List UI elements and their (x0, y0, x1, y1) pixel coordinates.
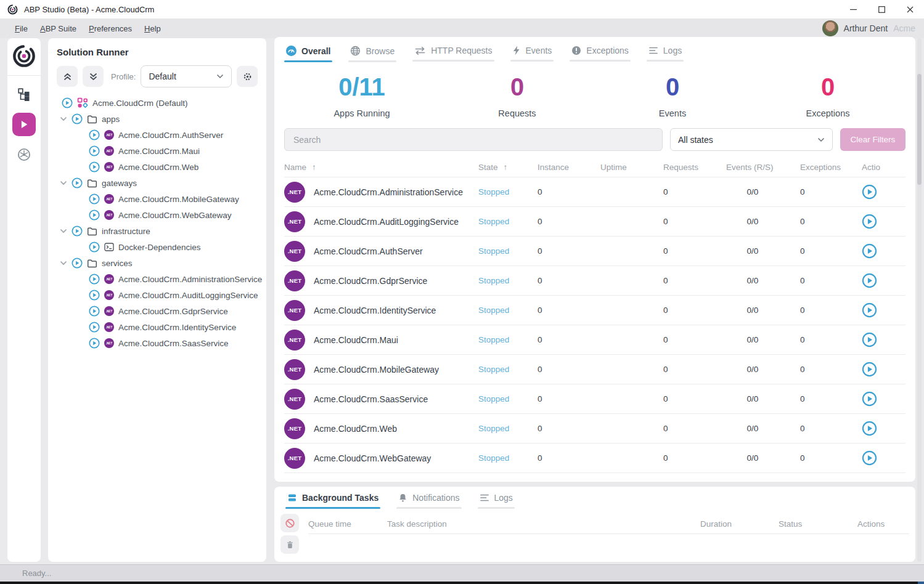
main-tab-overall[interactable]: Overall (284, 39, 332, 62)
column-header-requests[interactable]: Requests (663, 163, 703, 172)
run-icon[interactable] (72, 113, 83, 124)
cancel-tasks-button[interactable] (280, 514, 299, 532)
run-icon[interactable] (72, 225, 83, 237)
kubernetes-icon[interactable] (17, 147, 31, 162)
run-icon[interactable] (72, 177, 83, 189)
bottom-tab-notifications[interactable]: Notifications (396, 487, 461, 509)
user-area[interactable]: Arthur Dent Acme (822, 20, 915, 36)
app-row-acme-cloudcrm-gdprservice[interactable]: .NETAcme.CloudCrm.GdprService Stopped 0 … (284, 266, 906, 295)
run-icon[interactable] (89, 338, 100, 349)
column-header-state[interactable]: State↑ (478, 163, 538, 172)
solution-explorer-icon[interactable] (17, 87, 31, 102)
run-icon[interactable] (89, 274, 100, 285)
run-icon[interactable] (89, 241, 100, 253)
tree-item-docker-dependencies[interactable]: Docker-Dependencies (57, 239, 258, 255)
run-icon[interactable] (89, 290, 100, 301)
run-icon[interactable] (89, 129, 100, 140)
main-tab-exceptions[interactable]: Exceptions (570, 39, 630, 62)
column-header-events-r-s[interactable]: Events (R/S) (726, 163, 800, 172)
tree-item-acme-cloudcrm-auditloggingservice[interactable]: .NETAcme.CloudCrm.AuditLoggingService (57, 287, 258, 303)
column-header-exceptions[interactable]: Exceptions (800, 163, 841, 172)
column-header-actions[interactable]: Actions (862, 163, 880, 172)
tree-item-label: Acme.CloudCrm.AdministrationService (118, 275, 262, 284)
app-row-acme-cloudcrm-identityservice[interactable]: .NETAcme.CloudCrm.IdentityService Stoppe… (284, 295, 906, 325)
start-app-button[interactable] (862, 362, 878, 378)
bottom-tab-background-tasks[interactable]: Background Tasks (285, 487, 380, 509)
app-row-acme-cloudcrm-administrationservice[interactable]: .NETAcme.CloudCrm.AdministrationService … (284, 177, 906, 206)
run-icon[interactable] (72, 258, 83, 269)
tree-item-services[interactable]: services (57, 255, 258, 271)
tree-item-gateways[interactable]: gateways (57, 175, 258, 191)
chevron-down-icon[interactable] (60, 180, 67, 185)
start-app-button[interactable] (862, 450, 878, 466)
start-app-button[interactable] (862, 214, 878, 230)
run-icon[interactable] (89, 322, 100, 333)
main-tab-events[interactable]: Events (510, 39, 554, 62)
stat-exceptions: 0Exceptions (750, 73, 906, 118)
run-icon[interactable] (89, 193, 100, 205)
app-row-acme-cloudcrm-mobilegateway[interactable]: .NETAcme.CloudCrm.MobileGateway Stopped … (284, 354, 906, 384)
tree-item-acme-cloudcrm-default[interactable]: Acme.CloudCrm (Default) (57, 95, 258, 111)
run-icon[interactable] (89, 306, 100, 317)
profile-select[interactable]: Default (141, 65, 232, 87)
solution-runner-icon[interactable] (12, 113, 36, 136)
chevron-down-icon[interactable] (60, 261, 67, 266)
menu-item-help[interactable]: Help (138, 24, 167, 33)
chevron-down-icon[interactable] (60, 229, 67, 233)
close-button[interactable] (896, 0, 924, 18)
start-app-button[interactable] (862, 391, 878, 407)
run-icon[interactable] (89, 209, 100, 221)
app-row-acme-cloudcrm-authserver[interactable]: .NETAcme.CloudCrm.AuthServer Stopped 0 0… (284, 236, 906, 266)
start-app-button[interactable] (862, 273, 878, 289)
column-header-instance[interactable]: Instance (538, 163, 600, 172)
run-icon[interactable] (62, 97, 73, 108)
start-app-button[interactable] (862, 302, 878, 318)
state-filter-select[interactable]: All states (670, 128, 833, 151)
bottom-tab-logs[interactable]: Logs (478, 487, 515, 509)
tree-item-acme-cloudcrm-webgateway[interactable]: .NETAcme.CloudCrm.WebGateway (57, 207, 258, 223)
main-tab-logs[interactable]: Logs (647, 39, 684, 62)
vertical-scrollbar[interactable] (917, 38, 922, 562)
column-header-name[interactable]: Name↑ (284, 163, 478, 172)
expand-all-button[interactable] (83, 66, 104, 87)
tree-item-acme-cloudcrm-saasservice[interactable]: .NETAcme.CloudCrm.SaasService (57, 335, 258, 351)
chevron-down-icon[interactable] (60, 116, 67, 121)
menu-item-file[interactable]: File (9, 24, 34, 33)
tree-item-acme-cloudcrm-gdprservice[interactable]: .NETAcme.CloudCrm.GdprService (57, 303, 258, 319)
tree-item-acme-cloudcrm-administrationservice[interactable]: .NETAcme.CloudCrm.AdministrationService (57, 271, 258, 287)
tree-item-apps[interactable]: apps (57, 111, 258, 127)
main-tab-http-requests[interactable]: HTTP Requests (412, 39, 494, 62)
app-row-acme-cloudcrm-web[interactable]: .NETAcme.CloudCrm.Web Stopped 0 0 0/0 0 (284, 413, 906, 443)
app-row-acme-cloudcrm-maui[interactable]: .NETAcme.CloudCrm.Maui Stopped 0 0 0/0 0 (284, 325, 906, 354)
tree-item-acme-cloudcrm-mobilegateway[interactable]: .NETAcme.CloudCrm.MobileGateway (57, 191, 258, 207)
clear-filters-button[interactable]: Clear Filters (840, 128, 906, 151)
app-row-acme-cloudcrm-webgateway[interactable]: .NETAcme.CloudCrm.WebGateway Stopped 0 0… (284, 443, 906, 473)
run-icon[interactable] (89, 161, 100, 172)
menu-item-preferences[interactable]: Preferences (83, 24, 138, 33)
start-app-button[interactable] (862, 332, 878, 348)
tree-item-infrastructure[interactable]: infrastructure (57, 223, 258, 239)
avatar[interactable] (822, 20, 838, 36)
start-app-button[interactable] (862, 184, 878, 200)
scrollbar-thumb[interactable] (917, 74, 922, 185)
app-row-acme-cloudcrm-saasservice[interactable]: .NETAcme.CloudCrm.SaasService Stopped 0 … (284, 384, 906, 413)
start-app-button[interactable] (862, 421, 878, 437)
profile-settings-button[interactable] (237, 66, 258, 87)
maximize-button[interactable] (867, 0, 896, 18)
start-app-button[interactable] (862, 243, 878, 259)
svg-text:.NET: .NET (106, 342, 113, 345)
app-row-acme-cloudcrm-auditloggingservice[interactable]: .NETAcme.CloudCrm.AuditLoggingService St… (284, 206, 906, 236)
minimize-button[interactable] (839, 0, 867, 18)
tree-item-acme-cloudcrm-web[interactable]: .NETAcme.CloudCrm.Web (57, 159, 258, 175)
svg-text:.NET: .NET (106, 310, 113, 313)
tree-item-acme-cloudcrm-maui[interactable]: .NETAcme.CloudCrm.Maui (57, 143, 258, 159)
clear-tasks-button[interactable] (280, 535, 299, 554)
search-input[interactable] (284, 128, 663, 151)
tree-item-acme-cloudcrm-authserver[interactable]: .NETAcme.CloudCrm.AuthServer (57, 127, 258, 143)
tree-item-acme-cloudcrm-identityservice[interactable]: .NETAcme.CloudCrm.IdentityService (57, 319, 258, 335)
collapse-all-button[interactable] (57, 66, 78, 87)
menu-item-abp-suite[interactable]: ABP Suite (34, 24, 83, 33)
main-tab-browse[interactable]: Browse (348, 39, 396, 62)
run-icon[interactable] (89, 145, 100, 156)
column-header-uptime[interactable]: Uptime (600, 163, 663, 172)
